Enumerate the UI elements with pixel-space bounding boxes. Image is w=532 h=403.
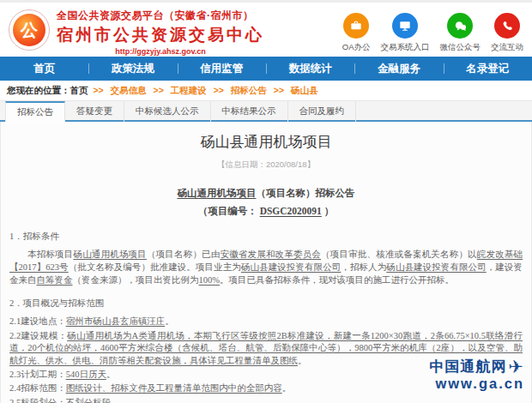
tab-winning-result-publicity[interactable]: 中标结果公示 bbox=[211, 101, 288, 123]
underlined-segment: 图纸设计、招标文件及工程量清单范围内中的全部内容 bbox=[66, 383, 282, 393]
text-segment: 。 bbox=[298, 356, 307, 365]
nav-item-policies-regulations[interactable]: 政策法规 bbox=[88, 57, 177, 81]
text-segment: 。项目已具备招标条件，现对该项目的施工进行公开招标。 bbox=[220, 275, 454, 285]
tab-bar: 招标公告答疑变更中标候选人公示中标结果公示合同及履约 bbox=[0, 100, 532, 122]
site-header: 公 全国公共资源交易平台（安徽省·宿州市） 宿州市公共资源交易中心 http:/… bbox=[0, 0, 532, 57]
info-date: 【信息日期：2020/08/18】 bbox=[9, 159, 523, 171]
breadcrumb-link-trade-info[interactable]: 交易信息 bbox=[111, 85, 147, 95]
underlined-segment: 540日历天 bbox=[66, 370, 106, 379]
text-segment: （资金来源），项目出资比例为 bbox=[73, 275, 199, 285]
text-segment: 2.3计划工期： bbox=[9, 370, 66, 379]
site-logo: 公 bbox=[9, 9, 50, 51]
underlined-segment: DSGC2020091 bbox=[260, 206, 322, 216]
nav-item-data-statistics[interactable]: 数据统计 bbox=[266, 57, 354, 81]
section-heading: 1．招标条件 bbox=[9, 231, 523, 243]
section: 1．招标条件本招标项目砀山通用机场项目（项目名称）已由安徽省发展和改革委员会（项… bbox=[9, 231, 523, 286]
underlined-segment: 100% bbox=[199, 275, 221, 285]
watermark-name: 中国通航网 bbox=[429, 359, 506, 375]
underlined-segment: 宿州市砀山县玄庙镇汪庄 bbox=[66, 316, 166, 326]
watermark: 中国通航网 ✈ www.ga.cn bbox=[429, 358, 524, 391]
tab-contract-and-performance[interactable]: 合同及履约 bbox=[288, 101, 357, 123]
text-segment: 。 bbox=[106, 370, 116, 379]
text-segment: 2.5标段划分： bbox=[9, 398, 66, 403]
text-segment: 。 bbox=[165, 316, 174, 326]
quick-links: OA办公交易系统入口微信公众号交流互动 bbox=[342, 13, 523, 53]
wechat-icon bbox=[447, 13, 473, 39]
breadcrumb-link-engineering-construction[interactable]: 工程建设 bbox=[171, 85, 207, 95]
section-heading: 2．项目概况与招标范围 bbox=[9, 298, 523, 310]
subtitle-line: 砀山通用机场项目（项目名称）招标公告 bbox=[9, 184, 523, 202]
announcement-subtitle: 砀山通用机场项目（项目名称）招标公告（项目编号： DSGC2020091 ） bbox=[9, 184, 523, 220]
text-segment: （批文名称及编号）批准建设。项目业主为 bbox=[69, 262, 241, 272]
breadcrumb-link-tender-announcement[interactable]: 招标公告 bbox=[231, 85, 267, 95]
phone-icon bbox=[494, 13, 520, 39]
breadcrumb-link-dangshan-county[interactable]: 砀山县 bbox=[291, 85, 318, 95]
text-segment: 。 bbox=[282, 383, 292, 393]
breadcrumb-separator: >> bbox=[211, 85, 227, 95]
quick-link-trade-system-entry[interactable]: 交易系统入口 bbox=[381, 13, 430, 53]
breadcrumb-separator: >> bbox=[91, 85, 106, 95]
breadcrumb-separator: >> bbox=[151, 85, 166, 95]
nav-item-directory-registration[interactable]: 名录登记 bbox=[444, 57, 532, 81]
underlined-segment: 不划分标段 bbox=[66, 398, 112, 403]
text-segment: ，招标人为 bbox=[341, 262, 386, 272]
quick-link-label: OA办公 bbox=[342, 42, 371, 53]
logo-gong-emblem: 公 bbox=[13, 14, 45, 46]
platform-title: 全国公共资源交易平台（安徽省·宿州市） bbox=[57, 9, 264, 23]
tab-tender-announcement[interactable]: 招标公告 bbox=[5, 101, 65, 123]
tab-qa-change[interactable]: 答疑变更 bbox=[65, 101, 124, 123]
site-url[interactable]: http://ggzyjy.ahsz.gov.cn bbox=[57, 47, 264, 56]
nav-item-credit-supervision[interactable]: 信用监管 bbox=[178, 57, 266, 81]
text-segment: （项目审批、核准或备案机关名称）以 bbox=[321, 250, 477, 259]
underlined-segment: 安徽省发展和改革委员会 bbox=[220, 250, 321, 259]
text-segment: 2.4招标范围： bbox=[9, 383, 66, 393]
quick-link-label: 微信公众号 bbox=[440, 42, 481, 53]
monitor-icon bbox=[392, 13, 418, 39]
paragraph: 2.1建设地点：宿州市砀山县玄庙镇汪庄。 bbox=[9, 316, 523, 328]
text-segment: （项目编号： bbox=[198, 206, 260, 216]
watermark-url: www.ga.cn bbox=[429, 376, 524, 391]
quick-link-label: 交流互动 bbox=[491, 42, 523, 53]
breadcrumb-home[interactable]: 首页 bbox=[70, 85, 88, 95]
text-segment: 。 bbox=[111, 398, 120, 403]
site-titles: 全国公共资源交易平台（安徽省·宿州市） 宿州市公共资源交易中心 http://g… bbox=[57, 9, 264, 56]
underlined-segment: 砀山通用机场项目 bbox=[73, 250, 147, 259]
article-title: 砀山县通用机场项目 bbox=[9, 122, 523, 152]
breadcrumb: 您现在的位置：首页 >> 交易信息 >> 工程建设 >> 招标公告 >> 砀山县 bbox=[0, 81, 532, 100]
quick-link-oa-office[interactable]: OA办公 bbox=[342, 13, 371, 53]
quick-link-communication[interactable]: 交流互动 bbox=[491, 13, 523, 53]
text-segment: 2.2建设规模： bbox=[9, 331, 67, 340]
article-content: 砀山县通用机场项目 【信息日期：2020/08/18】 砀山通用机场项目（项目名… bbox=[0, 122, 532, 403]
underlined-segment: 砀山县建设投资有限公司 bbox=[241, 262, 341, 272]
site-title: 宿州市公共资源交易中心 bbox=[57, 24, 264, 46]
underlined-segment: 砀山通用机场项目 bbox=[178, 188, 257, 198]
main-nav: 首页政策法规信用监管数据统计金融服务名录登记 bbox=[0, 57, 532, 81]
subtitle-line: （项目编号： DSGC2020091 ） bbox=[9, 202, 523, 220]
text-segment: ） bbox=[322, 206, 334, 216]
airplane-icon: ✈ bbox=[508, 358, 524, 376]
paragraph: 2.5标段划分：不划分标段。 bbox=[9, 397, 523, 403]
paragraph: 本招标项目砀山通用机场项目（项目名称）已由安徽省发展和改革委员会（项目审批、核准… bbox=[9, 249, 523, 286]
nav-item-financial-services[interactable]: 金融服务 bbox=[354, 57, 443, 81]
quick-link-label: 交易系统入口 bbox=[381, 42, 430, 53]
underlined-segment: 自筹资金 bbox=[37, 275, 73, 285]
page: 公 全国公共资源交易平台（安徽省·宿州市） 宿州市公共资源交易中心 http:/… bbox=[0, 0, 532, 403]
briefcase-icon bbox=[343, 13, 369, 39]
text-segment: （项目名称）招标公告 bbox=[257, 188, 355, 198]
text-segment: 本招标项目 bbox=[27, 250, 73, 259]
text-segment: （项目名称）已由 bbox=[147, 250, 221, 259]
quick-link-wechat-official-account[interactable]: 微信公众号 bbox=[440, 13, 481, 53]
breadcrumb-prefix: 您现在的位置： bbox=[7, 85, 70, 95]
text-segment: 2.1建设地点： bbox=[9, 316, 66, 326]
tab-winning-candidate-publicity[interactable]: 中标候选人公示 bbox=[124, 101, 211, 123]
underlined-segment: 砀山县建设投资有限公司 bbox=[386, 262, 486, 272]
nav-item-home[interactable]: 首页 bbox=[0, 57, 88, 81]
breadcrumb-separator: >> bbox=[271, 85, 287, 95]
